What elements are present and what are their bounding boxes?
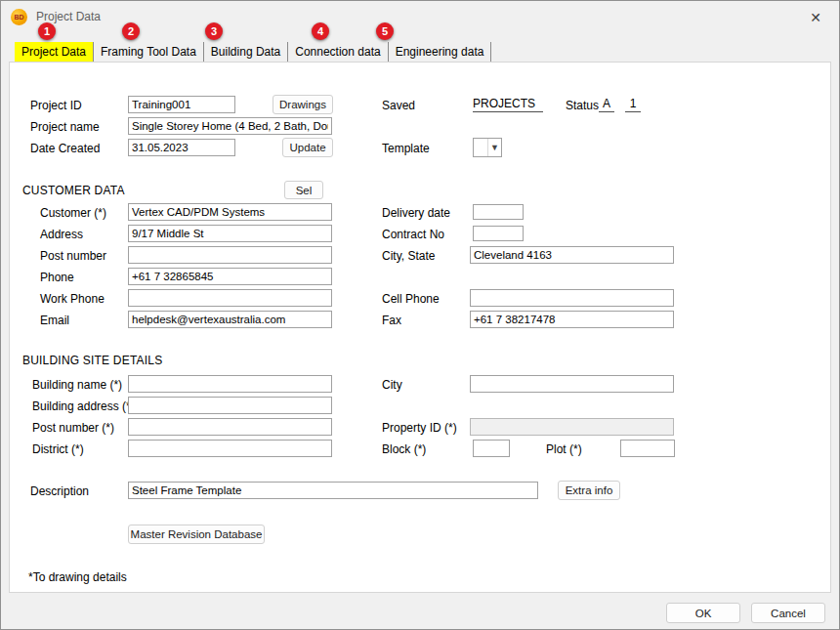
building-name-input[interactable] — [128, 375, 332, 393]
tab-bar: Project Data Framing Tool Data Building … — [15, 42, 491, 62]
tab-building-data[interactable]: Building Data — [204, 42, 288, 62]
cell-phone-label: Cell Phone — [382, 292, 440, 306]
cancel-button[interactable]: Cancel — [751, 603, 825, 623]
template-dropdown[interactable]: ▼ — [473, 138, 502, 157]
fax-input[interactable] — [470, 311, 674, 328]
building-site-section-title: BUILDING SITE DETAILS — [22, 354, 162, 367]
district-input[interactable] — [128, 440, 332, 457]
tab-connection-data[interactable]: Connection data — [288, 42, 388, 62]
template-dropdown-value — [474, 139, 487, 156]
saved-value: PROJECTS — [473, 97, 543, 112]
status-label: Status — [566, 99, 599, 112]
app-logo-icon: BD — [11, 9, 27, 25]
close-icon[interactable]: ✕ — [806, 8, 825, 27]
work-phone-label: Work Phone — [40, 292, 105, 306]
tab-project-data[interactable]: Project Data — [15, 42, 94, 62]
update-button[interactable]: Update — [282, 138, 333, 157]
annotation-badge-1: 1 — [38, 22, 56, 40]
contract-no-input[interactable] — [473, 226, 524, 241]
annotation-badge-2: 2 — [122, 22, 140, 40]
customer-data-section-title: CUSTOMER DATA — [22, 184, 125, 197]
drawings-button[interactable]: Drawings — [273, 95, 333, 114]
post-number-label: Post number — [40, 249, 106, 263]
building-address-input[interactable] — [128, 397, 332, 414]
phone-label: Phone — [40, 271, 74, 284]
post-number-input[interactable] — [128, 246, 332, 264]
delivery-date-label: Delivery date — [382, 206, 450, 220]
district-label: District (*) — [32, 442, 84, 456]
block-label: Block (*) — [382, 442, 426, 456]
city-state-label: City, State — [382, 249, 435, 263]
annotation-badge-5: 5 — [376, 22, 394, 40]
building-city-label: City — [382, 378, 402, 392]
tab-framing-tool-data[interactable]: Framing Tool Data — [94, 42, 204, 62]
project-id-label: Project ID — [30, 99, 82, 112]
building-post-number-label: Post number (*) — [32, 421, 114, 435]
property-id-label: Property ID (*) — [382, 421, 457, 435]
date-created-input[interactable] — [128, 139, 235, 156]
customer-input[interactable] — [128, 203, 332, 221]
annotation-badge-4: 4 — [312, 22, 329, 40]
building-city-input[interactable] — [470, 375, 674, 393]
status-value-a: A — [599, 97, 614, 112]
project-id-input[interactable] — [128, 96, 235, 113]
plot-input[interactable] — [620, 440, 675, 457]
drawing-details-footnote: *To drawing details — [28, 570, 127, 584]
project-name-label: Project name — [30, 120, 100, 134]
master-revision-database-button[interactable]: Master Revision Database — [128, 525, 265, 544]
block-input[interactable] — [473, 440, 510, 457]
email-input[interactable] — [128, 311, 332, 328]
status-value-1: 1 — [625, 97, 641, 112]
ok-button[interactable]: OK — [666, 603, 740, 623]
date-created-label: Date Created — [30, 142, 100, 155]
project-name-input[interactable] — [128, 117, 332, 135]
sel-button[interactable]: Sel — [284, 181, 323, 199]
project-data-dialog: BD Project Data ✕ Project Data Framing T… — [0, 0, 840, 630]
description-input[interactable] — [128, 482, 538, 499]
contract-no-label: Contract No — [382, 228, 444, 241]
window-title: Project Data — [36, 10, 101, 23]
building-post-number-input[interactable] — [128, 418, 332, 436]
plot-label: Plot (*) — [546, 442, 582, 456]
address-input[interactable] — [128, 225, 332, 242]
description-label: Description — [30, 484, 89, 498]
phone-input[interactable] — [128, 268, 332, 285]
template-label: Template — [382, 142, 430, 155]
fax-label: Fax — [382, 314, 401, 327]
property-id-input — [470, 418, 674, 436]
annotation-badge-3: 3 — [205, 22, 223, 40]
email-label: Email — [40, 314, 69, 327]
building-name-label: Building name (*) — [32, 378, 122, 392]
city-state-input[interactable] — [470, 246, 674, 264]
work-phone-input[interactable] — [128, 289, 332, 307]
extra-info-button[interactable]: Extra info — [558, 481, 620, 500]
saved-label: Saved — [382, 99, 415, 112]
delivery-date-input[interactable] — [473, 204, 524, 220]
cell-phone-input[interactable] — [470, 289, 674, 307]
tab-engineering-data[interactable]: Engineering data — [389, 42, 492, 62]
address-label: Address — [40, 228, 83, 241]
building-address-label: Building address (*) — [32, 399, 135, 413]
customer-label: Customer (*) — [40, 206, 106, 220]
chevron-down-icon: ▼ — [487, 139, 501, 156]
